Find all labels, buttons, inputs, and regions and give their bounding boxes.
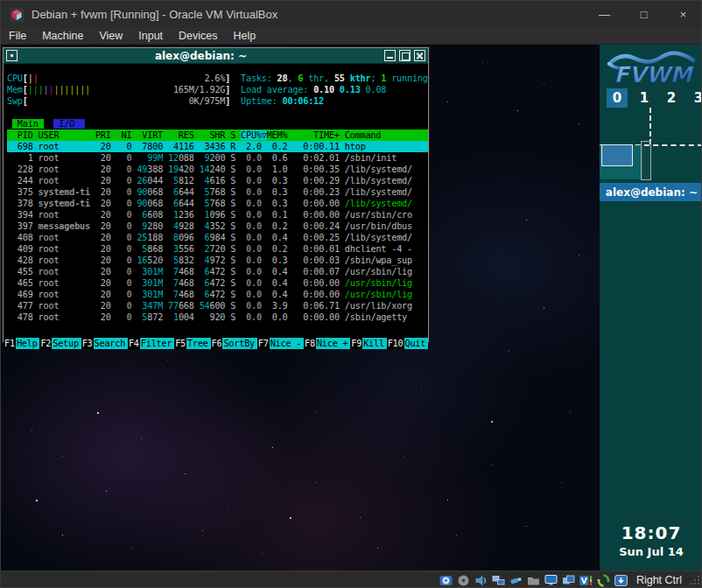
fkey-f4-label[interactable]: Filter [140, 338, 174, 349]
clock-date: Sun Jul 14 [600, 545, 702, 558]
desktop-pager[interactable] [600, 108, 702, 179]
sort-column-cpu[interactable]: CPU%▽ [241, 130, 267, 140]
mouse-integration-icon[interactable] [596, 574, 611, 587]
usb-icon[interactable] [509, 574, 523, 587]
fkey-f6-label[interactable]: SortBy [222, 338, 256, 349]
tab-main[interactable]: Main [12, 119, 44, 129]
recording-icon[interactable] [561, 574, 576, 587]
clock-time: 18:07 [600, 522, 702, 543]
menu-item-help[interactable]: Help [226, 28, 264, 44]
fkey-f3[interactable]: F3 [81, 338, 94, 349]
fkey-f5[interactable]: F5 [174, 338, 186, 349]
fkey-f10[interactable]: F10 [387, 338, 404, 349]
workspace-button-1[interactable]: 1 [634, 88, 655, 108]
titlebar: Debian + fvwm [Running] - Oracle VM Virt… [1, 1, 702, 28]
audio-icon[interactable] [474, 574, 488, 587]
process-row[interactable]: 397 messagebus 20 0 9280 4928 4352 S 0.0… [7, 220, 428, 232]
host-key-label: Right Ctrl [636, 574, 682, 586]
window-list: alex@debian: ~ [600, 183, 702, 201]
process-row[interactable]: 378 systemd-ti 20 0 90068 6644 5768 S 0.… [7, 198, 428, 209]
swp-meter: Swp[ 0K/975M] Uptime: 00:06:12 [7, 95, 428, 107]
fkey-f3-label[interactable]: Search [94, 338, 128, 349]
process-row[interactable]: 465 root 20 0 301M 7468 6472 S 0.0 0.4 0… [7, 277, 428, 289]
optical-disc-icon[interactable] [456, 574, 471, 587]
svg-text:V: V [581, 577, 587, 585]
terminal-title: alex@debian: ~ [19, 50, 383, 62]
process-row[interactable]: 244 root 20 0 26044 5812 4616 S 0.0 0.3 … [7, 175, 428, 186]
features-icon[interactable]: V [579, 574, 593, 587]
fkey-f7[interactable]: F7 [257, 338, 270, 349]
statusbar: VRight Ctrl [1, 570, 702, 588]
menu-item-view[interactable]: View [91, 28, 130, 44]
pager-grid-vline [649, 108, 651, 144]
pager-terminal-window[interactable] [601, 144, 633, 166]
fkey-f9[interactable]: F9 [350, 338, 362, 349]
terminal-titlebar[interactable]: alex@debian: ~ [4, 48, 428, 64]
tab-io[interactable]: I/O [53, 119, 85, 129]
process-row[interactable]: 1 root 20 0 99M 12088 9200 S 0.0 0.6 0:0… [7, 152, 428, 164]
workspace-button-2[interactable]: 2 [661, 88, 682, 108]
process-row[interactable]: 409 root 20 0 5868 3556 2720 S 0.0 0.2 0… [7, 243, 428, 255]
process-row[interactable]: 477 root 20 0 347M 77668 54600 S 0.0 3.9… [7, 300, 428, 312]
terminal-menu-button[interactable] [6, 50, 18, 61]
menu-item-devices[interactable]: Devices [171, 28, 225, 44]
htop-screen[interactable]: CPU[|| 2.6%] Tasks: 28, 6 thr, 55 kthr; … [4, 64, 428, 350]
virtualbox-window: Debian + fvwm [Running] - Oracle VM Virt… [0, 0, 702, 588]
workspace-button-3[interactable]: 3 [688, 88, 702, 108]
svg-text:FVWM: FVWM [614, 62, 695, 87]
menu-item-input[interactable]: Input [130, 28, 171, 44]
process-row[interactable]: 478 root 20 0 5872 1004 920 S 0.0 0.0 0:… [7, 312, 428, 323]
fkey-f7-label[interactable]: Nice - [270, 338, 304, 349]
maximize-button[interactable]: □ [624, 1, 663, 28]
htop-tabs: Main I/O [7, 118, 428, 130]
fkey-f1[interactable]: F1 [4, 338, 16, 349]
close-button[interactable]: × [663, 1, 702, 28]
terminal-window: alex@debian: ~ CPU[|| 2.6%] Tasks: 28, 6… [3, 47, 429, 342]
process-table-header[interactable]: PID USER PRI NI VIRT RES SHR S CPU%▽MEM%… [7, 130, 428, 141]
fkey-f2-label[interactable]: Setup [52, 338, 81, 349]
hdd-icon[interactable] [439, 574, 453, 587]
menu-item-file[interactable]: File [1, 28, 34, 44]
fkey-f4[interactable]: F4 [128, 338, 140, 349]
terminal-close-button[interactable] [414, 50, 425, 61]
window-list-item[interactable]: alex@debian: ~ [600, 183, 702, 201]
menu-item-machine[interactable]: Machine [34, 28, 91, 44]
fkey-f5-label[interactable]: Tree [186, 338, 211, 349]
mem-meter: Mem[|||||||||||| 165M/1.92G] Load averag… [7, 84, 428, 95]
resize-grip[interactable] [689, 574, 701, 586]
fkey-f10-label[interactable]: Quit [404, 338, 429, 349]
process-row[interactable]: 408 root 20 0 25188 8096 6984 S 0.0 0.4 … [7, 232, 428, 243]
fkey-f8[interactable]: F8 [304, 338, 316, 349]
fkey-f8-label[interactable]: Nice + [316, 338, 350, 349]
fkey-f9-label[interactable]: Kill [362, 338, 387, 349]
fvwm-logo-icon: FVWM [606, 50, 697, 87]
process-row[interactable]: 698 root 20 0 7800 4116 3436 R 2.0 0.2 0… [7, 141, 428, 152]
menubar: FileMachineViewInputDevicesHelp [1, 28, 702, 45]
terminal-minimize-button[interactable] [384, 50, 396, 61]
network-icon[interactable] [491, 574, 506, 587]
fkey-f6[interactable]: F6 [211, 338, 223, 349]
process-row[interactable]: 469 root 20 0 301M 7468 6472 S 0.0 0.4 0… [7, 289, 428, 300]
process-row[interactable]: 455 root 20 0 301M 7468 6472 S 0.0 0.4 0… [7, 266, 428, 277]
display-icon[interactable] [544, 574, 558, 587]
window-title: Debian + fvwm [Running] - Oracle VM Virt… [32, 8, 277, 21]
workspace-button-0[interactable]: 0 [607, 88, 628, 108]
terminal-maximize-button[interactable] [399, 50, 411, 61]
minimize-button[interactable]: — [585, 1, 624, 28]
function-key-bar: F1HelpF2SetupF3SearchF4FilterF5TreeF6Sor… [4, 338, 428, 349]
shared-folders-icon[interactable] [526, 574, 541, 587]
virtualbox-logo-icon [9, 7, 25, 23]
fkey-f2[interactable]: F2 [39, 338, 52, 349]
fvwm-panel: FVWM 0123 alex@debian: ~ 18:07 Sun Jul 1… [600, 45, 702, 570]
keyboard-capture-icon[interactable] [614, 574, 628, 587]
workspace-switcher: 0123 [607, 88, 702, 108]
fkey-f1-label[interactable]: Help [16, 338, 40, 349]
process-row[interactable]: 428 root 20 0 16520 5832 4972 S 0.0 0.3 … [7, 255, 428, 266]
pager-panel-window[interactable] [641, 141, 651, 180]
clock: 18:07 Sun Jul 14 [600, 522, 702, 558]
guest-desktop: FVWM 0123 alex@debian: ~ 18:07 Sun Jul 1… [1, 45, 702, 570]
process-row[interactable]: 375 systemd-ti 20 0 90068 6644 5768 S 0.… [7, 186, 428, 198]
process-row[interactable]: 394 root 20 0 6608 1236 1096 S 0.0 0.1 0… [7, 209, 428, 220]
process-row[interactable]: 228 root 20 0 49388 19420 14240 S 0.0 1.… [7, 164, 428, 175]
desktop-stars-bright [1, 45, 3, 46]
